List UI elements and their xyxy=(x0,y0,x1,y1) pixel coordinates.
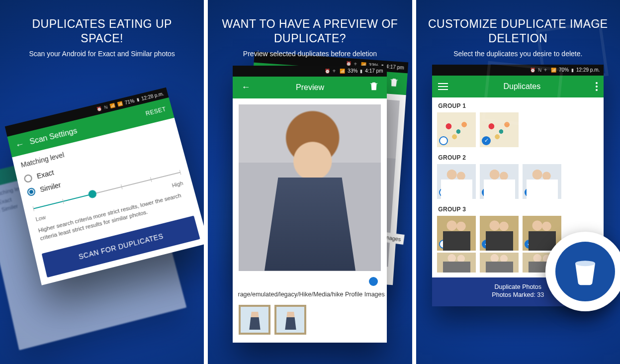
back-arrow-icon[interactable]: ← xyxy=(239,82,253,92)
photo-thumbnail[interactable] xyxy=(480,253,519,273)
group-3-label: GROUP 3 xyxy=(432,201,604,216)
panel1-subheading: Scan your Android for Exact and Similar … xyxy=(10,50,194,58)
group-2-grid: ✓ ✓ xyxy=(432,164,604,201)
preview-appbar: ← Preview xyxy=(233,77,387,98)
radio-exact-label: Exact xyxy=(36,168,55,180)
check-icon[interactable] xyxy=(439,240,448,249)
check-icon[interactable]: ✓ xyxy=(525,188,533,197)
panel2-stage: ⏰ ᯤ 📶 33% ▮ 4:17 pm ← Preview mages ⏰ xyxy=(208,66,412,343)
preview-card: ⏰ ᯤ 📶 33% ▮ 4:17 pm ← Preview rage/emula… xyxy=(233,66,387,343)
preview-thumb-row xyxy=(233,303,387,343)
preview-thumbnail[interactable] xyxy=(274,305,306,335)
android-status-bar: ⏰ ℕ ᯤ 📶 70% ▮ 12:29 p.m. xyxy=(432,65,604,76)
delete-fab[interactable] xyxy=(545,232,620,311)
photo-thumbnail[interactable]: ✓ xyxy=(480,164,519,199)
appbar-title: Duplicates xyxy=(503,82,540,91)
overflow-menu-icon[interactable] xyxy=(596,82,598,91)
svg-point-0 xyxy=(575,261,595,266)
nfc-icon: ℕ xyxy=(103,104,108,110)
reset-button[interactable]: RESET xyxy=(145,105,167,117)
check-icon[interactable]: ✓ xyxy=(525,240,533,249)
status-time: 4:17 pm xyxy=(365,68,383,74)
radio-exact-icon xyxy=(23,174,33,183)
appbar-title: Preview xyxy=(253,83,367,92)
photo-thumbnail[interactable]: ✓ xyxy=(523,164,561,199)
battery-icon: ▮ xyxy=(136,97,140,102)
alarm-icon: ⏰ xyxy=(530,68,535,73)
group-2-label: GROUP 2 xyxy=(432,149,604,164)
battery-icon: ▮ xyxy=(360,69,362,74)
panel3-stage: ⏰ ℕ ᯤ 📶 70% ▮ 12:29 p.m. Duplicates GROU… xyxy=(416,65,620,306)
back-arrow-icon[interactable]: ← xyxy=(14,138,25,150)
slider-knob[interactable] xyxy=(88,189,97,198)
photo-thumbnail[interactable]: ✓ xyxy=(480,112,519,147)
duplicates-appbar: Duplicates xyxy=(432,76,604,97)
trash-icon[interactable] xyxy=(367,81,381,94)
trash-icon[interactable] xyxy=(387,76,402,90)
radio-similar-icon xyxy=(27,187,36,196)
panel-duplicates: CUSTOMIZE DUPLICATE IMAGE DELETION Selec… xyxy=(416,0,620,364)
panel3-heading: CUSTOMIZE DUPLICATE IMAGE DELETION xyxy=(426,17,610,46)
wifi-icon: 📶 xyxy=(109,102,116,108)
check-icon[interactable]: ✓ xyxy=(482,240,491,249)
preview-thumbnail[interactable] xyxy=(239,305,270,335)
android-status-bar: ⏰ ᯤ 📶 33% ▮ 4:17 pm xyxy=(233,66,387,77)
panel3-subheading: Select the duplicates you desire to dele… xyxy=(426,50,610,58)
battery-text: 70% xyxy=(559,67,569,73)
photo-thumbnail[interactable] xyxy=(437,112,476,147)
selection-dot[interactable] xyxy=(369,277,378,286)
panel-scan-settings: DUPLICATES EATING UP SPACE! Scan your An… xyxy=(0,0,204,364)
battery-text: 71% xyxy=(124,98,135,105)
alarm-icon: ⏰ xyxy=(96,106,102,112)
panel2-subheading: Preview selected duplicates before delet… xyxy=(218,50,402,58)
panel1-heading-block: DUPLICATES EATING UP SPACE! Scan your An… xyxy=(0,0,204,63)
group-1-label: GROUP 1 xyxy=(432,97,604,112)
panel2-heading-block: WANT TO HAVE A PREVIEW OF DUPLICATE? Pre… xyxy=(208,0,412,63)
wifi-icon: ᯤ xyxy=(333,69,337,74)
photo-thumbnail[interactable] xyxy=(437,164,476,199)
battery-text: 33% xyxy=(348,68,357,74)
check-icon[interactable]: ✓ xyxy=(482,136,491,145)
status-time: 12:29 p.m. xyxy=(576,67,600,73)
panel1-heading: DUPLICATES EATING UP SPACE! xyxy=(10,17,194,46)
signal-icon: 📶 xyxy=(340,69,345,74)
check-icon[interactable] xyxy=(439,188,448,197)
trash-bucket-icon xyxy=(571,257,600,286)
delete-fab-inner xyxy=(555,242,615,301)
photo-thumbnail[interactable] xyxy=(437,216,476,251)
menu-icon[interactable] xyxy=(438,83,448,90)
battery-icon: ▮ xyxy=(571,68,574,73)
preview-image[interactable] xyxy=(239,104,381,271)
photo-thumbnail[interactable]: ✓ xyxy=(480,216,519,251)
scan-settings-card: ⏰ ℕ 📶 📶 71% ▮ 12:28 p.m. ← Scan Settings… xyxy=(5,87,204,285)
check-icon[interactable]: ✓ xyxy=(482,188,491,197)
check-icon[interactable] xyxy=(439,136,448,145)
file-path: rage/emulated/legacy/Hike/Media/hike Pro… xyxy=(233,289,387,303)
alarm-icon: ⏰ xyxy=(325,69,330,74)
nfc-icon: ℕ xyxy=(538,68,541,73)
wifi-icon: ᯤ xyxy=(544,68,548,73)
group-1-grid: ✓ xyxy=(432,112,604,149)
panel-preview: WANT TO HAVE A PREVIEW OF DUPLICATE? Pre… xyxy=(208,0,412,364)
radio-similar-label: Similer xyxy=(39,181,62,193)
status-time-ghost: 4:17 pm xyxy=(386,63,405,70)
panel2-heading: WANT TO HAVE A PREVIEW OF DUPLICATE? xyxy=(218,17,402,46)
panel3-heading-block: CUSTOMIZE DUPLICATE IMAGE DELETION Selec… xyxy=(416,0,620,63)
signal-icon: 📶 xyxy=(551,68,556,73)
photo-thumbnail[interactable] xyxy=(437,253,476,273)
signal-icon: 📶 xyxy=(117,101,123,107)
